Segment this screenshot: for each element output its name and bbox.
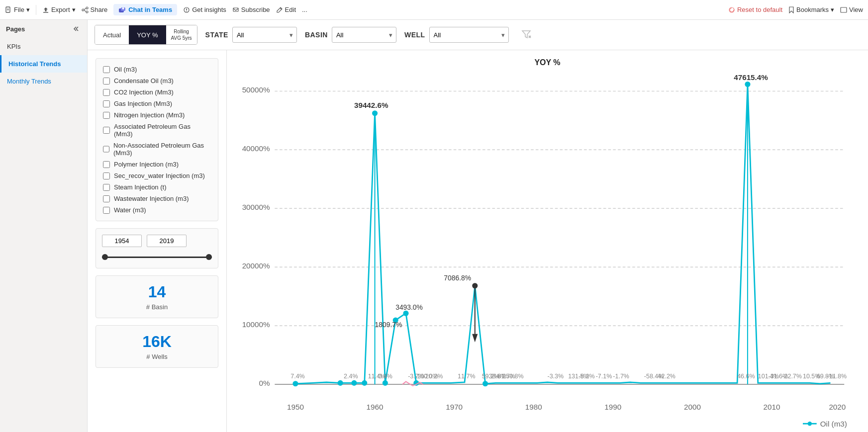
export-chevron: ▾ bbox=[72, 6, 76, 13]
datapoint-1 bbox=[338, 380, 343, 386]
content: Actual YOY % Rolling AVG 5yrs STATE All … bbox=[88, 20, 868, 432]
reset-icon bbox=[728, 6, 735, 13]
svg-rect-15 bbox=[233, 8, 238, 11]
controls-bar: Actual YOY % Rolling AVG 5yrs STATE All … bbox=[88, 20, 868, 50]
wells-count: 16K bbox=[103, 333, 211, 351]
x-label-1950: 1950 bbox=[287, 403, 304, 412]
checkbox-condensate-input[interactable] bbox=[103, 78, 110, 85]
svg-point-11 bbox=[122, 7, 124, 9]
range-thumb-left[interactable] bbox=[102, 254, 108, 260]
datapoint-3 bbox=[362, 380, 367, 386]
checkbox-napg-input[interactable] bbox=[103, 146, 109, 153]
well-filter: WELL All bbox=[404, 27, 509, 43]
collapse-icon[interactable] bbox=[73, 25, 81, 33]
legend-text: Oil (m3) bbox=[820, 420, 847, 428]
yoy-toggle[interactable]: YOY % bbox=[129, 25, 166, 44]
checkbox-wastewater[interactable]: Wastewater Injection (m3) bbox=[103, 195, 211, 202]
checkbox-sec-recov[interactable]: Sec_recov_water Injection (m3) bbox=[103, 172, 211, 179]
svg-point-14 bbox=[186, 11, 187, 12]
view-button[interactable]: View bbox=[840, 6, 863, 13]
sidebar-item-monthly[interactable]: Monthly Trends bbox=[0, 73, 87, 90]
bookmarks-label: Bookmarks bbox=[796, 6, 829, 13]
chart-area: YOY % 50000% 40000% 30000% 20000% 10000%… bbox=[227, 50, 868, 432]
checkbox-condensate[interactable]: Condensate Oil (m3) bbox=[103, 77, 211, 85]
chat-teams-button[interactable]: Chat in Teams bbox=[113, 4, 177, 15]
sidebar-item-historical[interactable]: Historical Trends bbox=[0, 55, 87, 73]
range-track bbox=[102, 257, 212, 258]
basin-dropdown-wrapper[interactable]: All bbox=[332, 27, 396, 43]
checkbox-steam[interactable]: Steam Injection (t) bbox=[103, 183, 211, 191]
chat-teams-label: Chat in Teams bbox=[128, 6, 172, 13]
more-button[interactable]: ... bbox=[302, 6, 307, 13]
label-202: -20.2% bbox=[423, 373, 443, 380]
bookmarks-button[interactable]: Bookmarks ▾ bbox=[788, 6, 834, 13]
checkbox-gas[interactable]: Gas Injection (Mm3) bbox=[103, 100, 211, 107]
label-17: -1.7% bbox=[613, 373, 629, 380]
checkbox-co2[interactable]: CO2 Injection (Mm3) bbox=[103, 88, 211, 96]
checkbox-oil-input[interactable] bbox=[103, 66, 110, 73]
sidebar-item-label: Historical Trends bbox=[8, 60, 61, 68]
basin-filter: BASIN All bbox=[305, 27, 396, 43]
get-insights-button[interactable]: Get insights bbox=[183, 6, 226, 13]
svg-point-6 bbox=[86, 11, 88, 13]
checkbox-co2-input[interactable] bbox=[103, 89, 110, 96]
state-dropdown-wrapper[interactable]: All bbox=[232, 27, 297, 43]
well-select[interactable]: All bbox=[429, 27, 509, 43]
year-end-input[interactable] bbox=[147, 235, 187, 247]
topbar: File ▾ Export ▾ Share Chat in Teams Get … bbox=[0, 0, 868, 20]
well-dropdown-wrapper[interactable]: All bbox=[429, 27, 509, 43]
checkbox-water[interactable]: Water (m3) bbox=[103, 206, 211, 214]
share-menu[interactable]: Share bbox=[82, 6, 108, 13]
range-thumb-right[interactable] bbox=[206, 254, 212, 260]
y-label-30000: 30000% bbox=[242, 203, 270, 211]
year-start-input[interactable] bbox=[102, 235, 142, 247]
checkbox-gas-label: Gas Injection (Mm3) bbox=[114, 100, 172, 107]
checkbox-apg-input[interactable] bbox=[103, 127, 110, 134]
spike1-label: 39442.6% bbox=[354, 101, 388, 109]
reset-button[interactable]: Reset to default bbox=[728, 6, 782, 13]
left-panel: Oil (m3) Condensate Oil (m3) CO2 Injecti… bbox=[88, 50, 227, 432]
spike2-label: 47615.4% bbox=[734, 73, 768, 82]
checkbox-nitrogen-input[interactable] bbox=[103, 112, 110, 119]
chart-wrapper: 50000% 40000% 30000% 20000% 10000% 0% bbox=[237, 71, 858, 432]
main-layout: Pages KPIs Historical Trends Monthly Tre… bbox=[0, 20, 868, 432]
svg-point-4 bbox=[86, 7, 88, 9]
x-label-1990: 1990 bbox=[604, 403, 621, 412]
state-label: STATE bbox=[205, 31, 228, 39]
edit-button[interactable]: Edit bbox=[276, 6, 296, 13]
checkbox-sec-recov-input[interactable] bbox=[103, 173, 110, 179]
y-label-0: 0% bbox=[259, 379, 270, 387]
inner-layout: Oil (m3) Condensate Oil (m3) CO2 Injecti… bbox=[88, 50, 868, 432]
sidebar-title: Pages bbox=[6, 25, 25, 33]
label-04: 0.4% bbox=[378, 373, 392, 380]
bookmarks-chevron: ▾ bbox=[831, 6, 834, 13]
actual-toggle[interactable]: Actual bbox=[95, 25, 129, 44]
checkbox-apg[interactable]: Associated Petroleum Gas (Mm3) bbox=[103, 123, 211, 138]
checkbox-polymer-input[interactable] bbox=[103, 161, 110, 168]
insights-label: Get insights bbox=[192, 6, 226, 13]
label-2508: 250.8% bbox=[502, 373, 523, 380]
range-slider[interactable] bbox=[102, 252, 212, 262]
basin-select[interactable]: All bbox=[332, 27, 396, 43]
label-71: -7.1% bbox=[596, 373, 612, 380]
checkbox-water-input[interactable] bbox=[103, 207, 110, 214]
checkbox-wastewater-input[interactable] bbox=[103, 195, 110, 202]
checkbox-oil[interactable]: Oil (m3) bbox=[103, 66, 211, 73]
checkbox-gas-input[interactable] bbox=[103, 100, 110, 107]
x-label-2010: 2010 bbox=[764, 403, 780, 412]
rolling-toggle[interactable]: Rolling AVG 5yrs bbox=[166, 25, 197, 44]
file-menu[interactable]: File ▾ bbox=[5, 6, 30, 13]
checkbox-steam-input[interactable] bbox=[103, 184, 110, 191]
filter-clear-icon[interactable] bbox=[521, 29, 532, 41]
checkbox-nitrogen[interactable]: Nitrogen Injection (Mm3) bbox=[103, 111, 211, 119]
sidebar-item-kpis[interactable]: KPIs bbox=[0, 38, 87, 55]
file-chevron: ▾ bbox=[26, 6, 30, 13]
label-82: -8.2% bbox=[579, 373, 595, 380]
checkbox-napg[interactable]: Non-Associated Petroleum Gas (Mm3) bbox=[103, 142, 211, 157]
state-select[interactable]: All bbox=[232, 27, 297, 43]
export-menu[interactable]: Export ▾ bbox=[42, 6, 76, 13]
checkbox-napg-label: Non-Associated Petroleum Gas (Mm3) bbox=[113, 142, 211, 157]
checkbox-polymer[interactable]: Polymer Injection (m3) bbox=[103, 161, 211, 168]
y-label-20000: 20000% bbox=[242, 261, 270, 270]
subscribe-button[interactable]: Subscribe bbox=[232, 6, 270, 13]
